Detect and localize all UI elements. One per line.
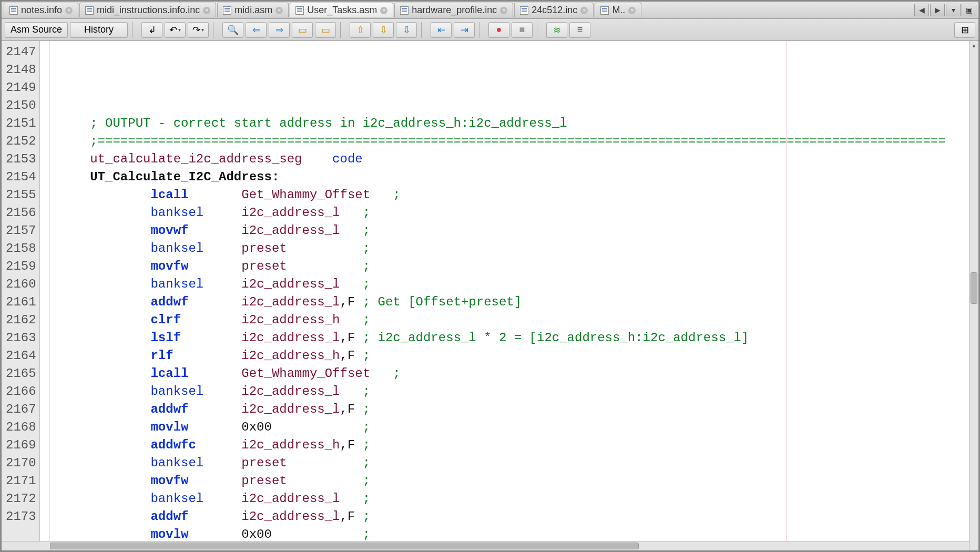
tab-label: 24c512.inc: [532, 5, 577, 16]
code-token: 0x00: [241, 420, 362, 434]
prev-bookmark-button[interactable]: [350, 22, 371, 38]
close-tab-button[interactable]: ×: [628, 7, 636, 14]
tab-menu-button[interactable]: ▾: [946, 4, 961, 16]
close-tab-button[interactable]: ×: [275, 7, 283, 14]
tab-24c512-inc[interactable]: 24c512.inc×: [514, 3, 594, 17]
tab-notes-info[interactable]: notes.info×: [4, 3, 78, 17]
code-token: movfw: [60, 474, 242, 488]
code-token: ;: [363, 527, 370, 541]
code-line[interactable]: lcall Get_Whammy_Offset ;: [44, 186, 969, 204]
line-number: 2172: [6, 490, 36, 508]
code-line[interactable]: addwf i2c_address_l,F ;: [44, 401, 969, 418]
code-line[interactable]: banksel preset ;: [44, 454, 969, 472]
line-number: 2155: [6, 186, 36, 204]
last-edit-button[interactable]: ↲: [141, 22, 162, 38]
code-line[interactable]: rlf i2c_address_h,F ;: [44, 347, 969, 365]
tab-scroll-left-button[interactable]: ◀: [914, 4, 929, 16]
code-line[interactable]: movwf i2c_address_l ;: [44, 222, 969, 240]
vertical-scrollbar[interactable]: ▲: [969, 41, 978, 550]
redo-icon: ↷: [192, 24, 200, 36]
close-tab-button[interactable]: ×: [580, 7, 588, 14]
code-line[interactable]: addwfc i2c_address_h,F ;: [44, 436, 969, 454]
find-prev-button[interactable]: [246, 22, 267, 38]
arrow-left-icon: [252, 24, 260, 36]
tab-label: User_Tasks.asm: [307, 5, 377, 16]
code-token: ,F: [340, 509, 363, 524]
stop-icon: [519, 24, 525, 35]
find-button[interactable]: [222, 22, 243, 38]
code-line[interactable]: clrf i2c_address_h ;: [44, 311, 969, 329]
code-token: lslf: [60, 331, 242, 345]
tab-midi-asm[interactable]: midi.asm×: [217, 3, 289, 17]
line-number: 2148: [6, 61, 36, 79]
separator: [213, 22, 218, 38]
code-line[interactable]: ;=======================================…: [44, 132, 969, 150]
lines-button[interactable]: [569, 22, 590, 38]
code-token: i2c_address_l: [241, 331, 340, 345]
toggle-highlight-button[interactable]: [315, 22, 336, 38]
macro-record-button[interactable]: [488, 22, 509, 38]
code-line[interactable]: lcall Get_Whammy_Offset ;: [44, 365, 969, 383]
code-area[interactable]: ; OUTPUT - correct start address in i2c_…: [40, 41, 969, 550]
code-line[interactable]: banksel preset ;: [44, 240, 969, 258]
asm-source-button[interactable]: Asm Source: [5, 22, 68, 38]
close-tab-button[interactable]: ×: [500, 7, 507, 14]
code-token: i2c_address_l: [241, 402, 340, 416]
tab-hardware-profile-inc[interactable]: hardware_profile.inc×: [394, 3, 513, 17]
code-line[interactable]: movlw 0x00 ;: [44, 418, 969, 436]
horizontal-scrollbar[interactable]: [2, 541, 969, 550]
shift-left-button[interactable]: [431, 22, 452, 38]
close-tab-button[interactable]: ×: [380, 7, 387, 14]
code-token: 0x00: [241, 527, 362, 541]
find-selection-button[interactable]: [292, 22, 313, 38]
code-line[interactable]: ; OUTPUT - correct start address in i2c_…: [44, 115, 969, 132]
code-line[interactable]: lslf i2c_address_l,F ; i2c_address_l * 2…: [44, 329, 969, 347]
tab-nav-buttons: ◀ ▶ ▾ ▣: [914, 4, 978, 16]
code-line[interactable]: addwf i2c_address_l,F ; Get [Offset+pres…: [44, 293, 969, 311]
code-line[interactable]: banksel i2c_address_l ;: [44, 383, 969, 401]
tab-m-[interactable]: M..×: [595, 3, 641, 17]
redo-dropdown-button[interactable]: ↷▾: [188, 22, 209, 38]
file-icon: [223, 6, 231, 15]
code-token: movwf: [60, 223, 242, 238]
code-token: ;: [363, 492, 370, 506]
tab-user-tasks-asm[interactable]: User_Tasks.asm×: [290, 3, 393, 17]
code-line[interactable]: ut_calculate_i2c_address_seg code: [44, 150, 969, 168]
line-number: 2152: [6, 132, 36, 150]
split-button[interactable]: ⊞: [954, 22, 975, 38]
wave-icon: [553, 24, 561, 36]
code-line[interactable]: movfw preset ;: [44, 472, 969, 490]
scroll-thumb[interactable]: [50, 543, 639, 549]
code-line[interactable]: movfw preset ;: [44, 258, 969, 275]
shift-right-button[interactable]: [454, 22, 475, 38]
code-token: ;: [363, 241, 370, 255]
find-next-button[interactable]: [269, 22, 290, 38]
code-line[interactable]: banksel i2c_address_l ;: [44, 275, 969, 293]
code-line[interactable]: banksel i2c_address_l ;: [44, 490, 969, 508]
macro-stop-button[interactable]: [512, 22, 533, 38]
tab-scroll-right-button[interactable]: ▶: [930, 4, 945, 16]
code-token: banksel: [60, 206, 242, 220]
code-token: ;: [363, 277, 370, 291]
code-token: Get_Whammy_Offset: [241, 188, 393, 202]
maximize-button[interactable]: ▣: [962, 4, 976, 16]
history-button[interactable]: History: [70, 22, 128, 38]
code-token: ;: [363, 313, 370, 327]
close-tab-button[interactable]: ×: [203, 7, 210, 14]
close-tab-button[interactable]: ×: [65, 7, 73, 14]
next-bookmark-button[interactable]: [373, 22, 394, 38]
tab-midi-instructions-info-inc[interactable]: midi_instructions.info.inc×: [79, 3, 216, 17]
diff-button[interactable]: [546, 22, 567, 38]
separator: [340, 22, 345, 38]
code-line[interactable]: banksel i2c_address_l ;: [44, 204, 969, 222]
code-token: lcall: [60, 366, 242, 381]
code-token: lcall: [60, 188, 242, 202]
code-line[interactable]: UT_Calculate_I2C_Address:: [44, 168, 969, 186]
tab-label: midi_instructions.info.inc: [97, 5, 200, 16]
undo-dropdown-button[interactable]: ↶▾: [165, 22, 186, 38]
scroll-thumb[interactable]: [971, 272, 977, 304]
code-token: preset: [241, 241, 362, 255]
line-number: 2167: [6, 401, 36, 418]
toggle-bookmark-button[interactable]: [396, 22, 417, 38]
code-line[interactable]: addwf i2c_address_l,F ;: [44, 508, 969, 526]
